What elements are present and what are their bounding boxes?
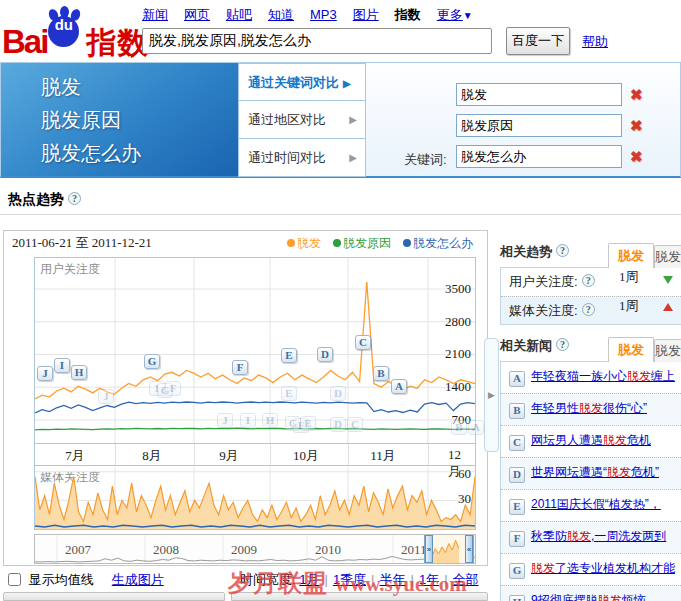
make-image-link[interactable]: 生成图片 (112, 572, 164, 587)
compare-tab-通过时间对比[interactable]: 通过时间对比▶ (238, 139, 366, 177)
time-option-1月[interactable]: 1月 (299, 572, 319, 587)
legend-item-脱发[interactable]: 脱发 (287, 235, 321, 252)
trend-row-help-icon[interactable]: ? (582, 303, 595, 316)
news-badge-A[interactable]: A (509, 371, 525, 387)
related-news-tab-脱发[interactable]: 脱发 (608, 337, 654, 362)
headline-highlight: 脱发 (579, 401, 603, 415)
nav-link-知道[interactable]: 知道 (268, 7, 294, 22)
related-trends-tab-脱发原因[interactable]: 脱发原因 (654, 245, 681, 268)
news-headline-link[interactable]: 2011国庆长假“植发热”， (531, 497, 661, 511)
related-news-tab-脱发原因[interactable]: 脱发原因 (654, 339, 681, 362)
news-marker-I-faded: I (240, 413, 256, 428)
news-badge-C[interactable]: C (509, 435, 525, 451)
selection-handle-left[interactable]: » (425, 535, 433, 563)
legend-item-脱发怎么办[interactable]: 脱发怎么办 (403, 235, 473, 252)
remove-keyword-icon[interactable]: ✖ (630, 148, 643, 166)
headline-text: 烦恼 (622, 593, 646, 601)
nav-link-贴吧[interactable]: 贴吧 (226, 7, 252, 22)
keyword-input[interactable] (456, 145, 622, 168)
y-tick-label: 2100 (445, 346, 471, 362)
legend-dot-icon (287, 239, 295, 247)
nav-link-新闻[interactable]: 新闻 (142, 7, 168, 22)
news-marker-J[interactable]: J (37, 366, 53, 381)
news-marker-D[interactable]: D (317, 347, 333, 362)
news-marker-A[interactable]: A (391, 379, 407, 394)
keyword-row: ✖ (456, 83, 681, 107)
related-trends-tab-脱发[interactable]: 脱发 (608, 243, 654, 268)
news-headline-link[interactable]: 世界网坛遭遇“脱发危机” (531, 465, 659, 479)
time-option-1年[interactable]: 1年 (419, 572, 439, 587)
news-badge-B[interactable]: B (509, 403, 525, 419)
caret-down-icon: ▼ (463, 10, 473, 21)
news-badge-G[interactable]: G (509, 563, 525, 579)
keyword-input[interactable] (456, 114, 622, 137)
headline-text: 危机 (627, 433, 651, 447)
news-badge-D[interactable]: D (509, 467, 525, 483)
news-marker-D-faded: D (330, 386, 346, 401)
related-news-box: 相关新闻? 脱发脱发原因 A年轻夜猫一族小心脱发缠上B年轻男性脱发很伤“心”C网… (500, 334, 681, 601)
next-section-stub-right (231, 592, 488, 601)
section-title: 热点趋势 (8, 188, 64, 210)
legend-item-脱发原因[interactable]: 脱发原因 (333, 235, 391, 252)
news-headline-link[interactable]: 脱发了选专业植发机构才能 (531, 561, 675, 575)
selection-handle-right[interactable]: « (465, 535, 473, 563)
news-badge-E[interactable]: E (509, 499, 525, 515)
news-marker-I[interactable]: I (54, 358, 70, 373)
scrubber-selection[interactable]: »« (424, 535, 474, 563)
nav-link-MP3[interactable]: MP3 (310, 7, 337, 22)
nav-link-图片[interactable]: 图片 (353, 7, 379, 22)
time-width-options: 时间宽度: 1月|1季度|半年|1年|全部 (240, 571, 479, 589)
month-axis: 7月8月9月10月11月12月 (34, 444, 476, 466)
year-label-2010: 2010 (315, 542, 341, 558)
headline-highlight: 脱发 (598, 593, 622, 601)
related-news-help-icon[interactable]: ? (556, 338, 569, 351)
related-trends-help-icon[interactable]: ? (556, 244, 569, 257)
legend-label: 脱发怎么办 (413, 236, 473, 250)
news-headline-link[interactable]: 年轻夜猫一族小心脱发缠上 (531, 369, 675, 383)
year-label-2008: 2008 (153, 542, 179, 558)
news-list-item: H9招彻底摆脱脱发烦恼 (501, 585, 681, 601)
trend-row-help-icon[interactable]: ? (582, 274, 595, 287)
media-tick-label: 60 (458, 466, 471, 482)
remove-keyword-icon[interactable]: ✖ (630, 86, 643, 104)
remove-keyword-icon[interactable]: ✖ (630, 117, 643, 135)
compare-tab-通过关键词对比[interactable]: 通过关键词对比▶ (238, 63, 366, 101)
news-marker-F[interactable]: F (232, 360, 248, 375)
timeline-scrubber[interactable]: 20072008200920102011»« (34, 534, 476, 564)
news-headline-link[interactable]: 秋季防脱发,一周洗发两到 (531, 529, 666, 543)
news-badge-H[interactable]: H (509, 595, 525, 601)
avg-line-checkbox[interactable] (8, 573, 21, 586)
nav-link-指数[interactable]: 指数 (395, 7, 421, 22)
news-marker-C[interactable]: C (355, 335, 371, 350)
news-marker-B[interactable]: B (373, 366, 389, 381)
help-link[interactable]: 帮助 (582, 33, 608, 51)
keyword-row: ✖ (456, 145, 681, 169)
news-headline-link[interactable]: 年轻男性脱发很伤“心” (531, 401, 647, 415)
headline-highlight: 脱发 (567, 529, 591, 543)
search-button[interactable]: 百度一下 (506, 27, 570, 55)
compare-tab-通过地区对比[interactable]: 通过地区对比▶ (238, 101, 366, 139)
keyword-input[interactable] (456, 83, 622, 106)
time-option-全部[interactable]: 全部 (453, 572, 479, 587)
trend-period-value: 1周 (619, 297, 639, 315)
news-marker-G[interactable]: G (144, 354, 160, 369)
nav-link-网页[interactable]: 网页 (184, 7, 210, 22)
news-headline-link[interactable]: 9招彻底摆脱脱发烦恼 (531, 593, 646, 601)
time-option-半年[interactable]: 半年 (380, 572, 406, 587)
avg-line-toggle[interactable]: 显示均值线 (8, 572, 97, 587)
news-marker-H[interactable]: H (71, 365, 87, 380)
nav-link-更多[interactable]: 更多▼ (437, 7, 473, 22)
help-icon[interactable]: ? (68, 192, 81, 205)
user-attention-plot[interactable]: 用户关注度 3500280021001400700JIGFEDJIHGFEDCB… (34, 257, 476, 444)
news-badge-F[interactable]: F (509, 531, 525, 547)
panel-expander-button[interactable]: ▶ (484, 338, 499, 452)
search-input[interactable] (142, 28, 492, 54)
news-marker-E-faded: E (281, 386, 297, 401)
time-option-1季度[interactable]: 1季度 (333, 572, 366, 587)
news-headline-link[interactable]: 网坛男人遭遇脱发危机 (531, 433, 651, 447)
media-attention-plot[interactable]: 媒体关注度 6030 (34, 466, 476, 530)
baidu-index-logo[interactable]: Bai du 指数 (2, 10, 137, 58)
news-marker-E[interactable]: E (281, 348, 297, 363)
chevron-right-icon: ▶ (349, 139, 357, 176)
separator: | (411, 572, 414, 587)
